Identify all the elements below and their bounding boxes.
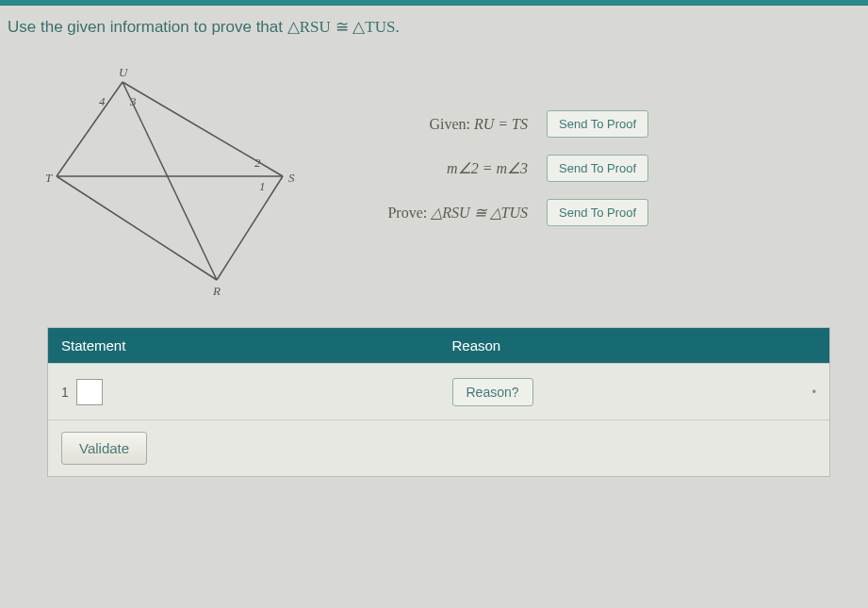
- problem-prompt: Use the given information to prove that …: [0, 6, 868, 44]
- angle-4: 4: [99, 94, 106, 108]
- validate-row: Validate: [48, 419, 829, 476]
- header-reason: Reason: [439, 328, 830, 363]
- given-label-1: Given: RU = TS: [330, 116, 528, 133]
- prove-lead: Prove:: [387, 205, 431, 221]
- angle-1: 1: [259, 179, 266, 193]
- given-expr-2: m∠2 = m∠3: [447, 160, 528, 176]
- given-row-2: m∠2 = m∠3 Send To Proof: [330, 155, 859, 182]
- statement-input-1[interactable]: [76, 379, 103, 405]
- angle-2: 2: [254, 156, 261, 170]
- given-label-2: m∠2 = m∠3: [330, 159, 528, 177]
- send-to-proof-button-2[interactable]: Send To Proof: [547, 155, 648, 182]
- angle-3: 3: [129, 94, 137, 108]
- prompt-lead: Use the given information to prove that: [8, 18, 287, 36]
- given-prove-area: Given: RU = TS Send To Proof m∠2 = m∠3 S…: [330, 63, 859, 299]
- proof-row-1: 1 Reason? •: [48, 363, 829, 419]
- header-statement: Statement: [48, 328, 439, 363]
- vertex-S: S: [288, 171, 295, 185]
- triangle-diagram: U T S R 4 3 2 1: [9, 63, 302, 299]
- vertex-R: R: [212, 284, 221, 298]
- proof-header: Statement Reason: [48, 328, 829, 363]
- given-row-1: Given: RU = TS Send To Proof: [330, 110, 859, 138]
- vertex-U: U: [119, 65, 129, 79]
- reason-cell-1: Reason? •: [439, 367, 830, 418]
- given-lead: Given:: [429, 116, 474, 132]
- prompt-congruent: ≅: [331, 18, 352, 36]
- prompt-tri2: △TUS.: [352, 18, 399, 36]
- proof-table: Statement Reason 1 Reason? • Validate: [47, 327, 830, 477]
- send-to-proof-button-1[interactable]: Send To Proof: [547, 110, 648, 138]
- send-to-proof-button-3[interactable]: Send To Proof: [547, 199, 648, 226]
- reason-button-1[interactable]: Reason?: [452, 378, 533, 406]
- vertex-T: T: [45, 171, 53, 185]
- svg-line-1: [57, 82, 123, 176]
- main-area: U T S R 4 3 2 1 Given: RU = TS Send To P…: [0, 44, 868, 308]
- validate-button[interactable]: Validate: [61, 432, 147, 465]
- statement-cell-1: 1: [48, 368, 439, 417]
- prove-row: Prove: △RSU ≅ △TUS Send To Proof: [330, 199, 859, 226]
- given-expr-1: RU = TS: [474, 116, 528, 132]
- row-number-1: 1: [61, 385, 69, 400]
- row-menu-icon[interactable]: •: [812, 386, 816, 399]
- prompt-tri1: △RSU: [287, 18, 331, 36]
- prove-expr: △RSU ≅ △TUS: [431, 205, 528, 221]
- prove-label: Prove: △RSU ≅ △TUS: [330, 204, 528, 222]
- svg-line-4: [217, 176, 283, 280]
